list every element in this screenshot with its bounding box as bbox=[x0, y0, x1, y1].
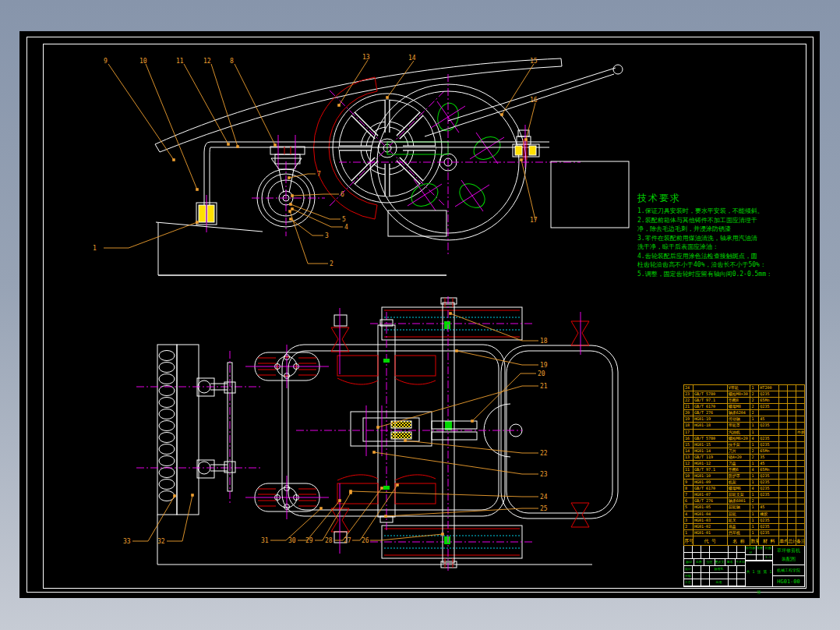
part-seq: 11 bbox=[684, 467, 694, 473]
part-note bbox=[796, 473, 805, 480]
title-block-scale-section: 阶段标记 质量 比例 1:1 共 1 张 第 1 张 bbox=[746, 546, 773, 586]
part-name: 传动轴 bbox=[728, 416, 751, 423]
part-material: 35 bbox=[759, 455, 779, 461]
part-code: HG01-04 bbox=[694, 511, 728, 518]
signature-row: 工艺 批准 bbox=[684, 579, 746, 586]
part-material bbox=[759, 410, 779, 416]
part-name: 螺母M8 bbox=[728, 404, 751, 410]
part-material: Q235 bbox=[759, 492, 779, 498]
callout-leaders bbox=[132, 313, 538, 541]
part-qty: 1 bbox=[750, 524, 759, 530]
callout-label: 1 bbox=[93, 245, 97, 252]
part-qty: 2 bbox=[750, 391, 759, 398]
drawing-title: 草坪修剪机 装配图 bbox=[773, 546, 804, 565]
title-block: 标记处数分区更改文件号签名年月日 设计 标准化 审核 工艺 bbox=[683, 546, 805, 587]
parts-list-row: 3 HG01-03 轮叉 1 Q235 bbox=[684, 518, 805, 524]
part-seq: 5 bbox=[684, 504, 694, 511]
part-total-weight bbox=[788, 385, 796, 391]
part-note bbox=[796, 486, 805, 492]
part-material: 65Mn bbox=[759, 398, 779, 404]
callout-label: 14 bbox=[408, 55, 416, 62]
tech-requirement-line: 净，除去毛边毛刺，并浸涂防锈漆 bbox=[637, 225, 797, 234]
part-seq: 23 bbox=[684, 391, 694, 398]
part-total-weight bbox=[788, 404, 796, 410]
part-unit-weight bbox=[779, 492, 788, 498]
part-seq: 24 bbox=[684, 385, 694, 391]
part-material: Q235 bbox=[759, 518, 779, 524]
part-code: HG01-03 bbox=[694, 518, 728, 524]
part-code: GB/T 119 bbox=[694, 455, 728, 461]
part-seq: 3 bbox=[684, 518, 694, 524]
callout-label: 15 bbox=[530, 58, 538, 65]
part-name: 挡草梳 bbox=[728, 530, 751, 536]
part-note bbox=[796, 398, 805, 404]
part-qty: 1 bbox=[750, 430, 759, 436]
part-unit-weight bbox=[779, 430, 788, 436]
part-seq: 18 bbox=[684, 423, 694, 429]
part-name: 机架 bbox=[728, 480, 751, 486]
grass-comb bbox=[157, 345, 199, 565]
part-seq: 13 bbox=[684, 455, 694, 461]
part-qty: 1 bbox=[750, 423, 759, 429]
part-name: 带轮罩 bbox=[728, 423, 751, 429]
part-qty: 4 bbox=[750, 436, 759, 442]
parts-list-row: 23 GB/T 5780 螺栓M8×30 2 Q235 bbox=[684, 391, 805, 398]
part-code: GB/T 6170 bbox=[694, 404, 728, 410]
part-unit-weight bbox=[779, 530, 788, 536]
organization: 机械工程学院 bbox=[773, 565, 804, 576]
part-qty: 1 bbox=[750, 511, 759, 518]
part-code: HG01-01 bbox=[694, 530, 728, 536]
callout-leaders bbox=[104, 60, 535, 264]
part-code: HG01-05 bbox=[694, 504, 728, 511]
callout-label: 21 bbox=[540, 383, 548, 390]
revision-label-row: 标记处数分区更改文件号签名年月日 bbox=[684, 559, 746, 566]
part-unit-weight bbox=[779, 448, 788, 455]
part-material: Q235 bbox=[759, 473, 779, 480]
part-total-weight bbox=[788, 410, 796, 416]
part-code: GB/T 6170 bbox=[694, 486, 728, 492]
header-unit-weight: 单件 bbox=[779, 536, 788, 546]
part-material: Q235 bbox=[759, 530, 779, 536]
part-note: 外购 bbox=[796, 430, 805, 436]
part-total-weight bbox=[788, 448, 796, 455]
part-total-weight bbox=[788, 461, 796, 467]
part-name: 垫圈6 bbox=[728, 467, 751, 473]
part-total-weight bbox=[788, 467, 796, 473]
part-qty: 1 bbox=[750, 416, 759, 423]
part-seq: 9 bbox=[684, 480, 694, 486]
part-unit-weight bbox=[779, 504, 788, 511]
part-note bbox=[796, 436, 805, 442]
callout-label: 3 bbox=[325, 232, 329, 239]
part-unit-weight bbox=[779, 511, 788, 518]
header-seq: 序号 bbox=[684, 536, 694, 546]
callout-label: 24 bbox=[540, 494, 548, 501]
parts-list-row: 15 HG01-15 扶手架 1 Q235 bbox=[684, 442, 805, 448]
part-total-weight bbox=[788, 423, 796, 429]
tech-requirements-lines: 1.保证刀具安装时，要水平安装，不能倾斜。2.装配前箱体与其他铸件不加工面应清理… bbox=[637, 207, 797, 278]
part-name: 轴承6001 bbox=[728, 498, 751, 504]
parts-list-row: 22 GB/T 97.1 垫圈8 2 65Mn bbox=[684, 398, 805, 404]
handle-grip bbox=[613, 65, 623, 74]
part-seq: 7 bbox=[684, 492, 694, 498]
header-total-weight: 总计 bbox=[788, 536, 796, 546]
part-seq: 10 bbox=[684, 473, 694, 480]
part-note bbox=[796, 391, 805, 398]
part-code bbox=[694, 385, 728, 391]
part-note bbox=[796, 511, 805, 518]
technical-requirements: 技术要求 1.保证刀具安装时，要水平安装，不能倾斜。2.装配前箱体与其他铸件不加… bbox=[637, 192, 797, 278]
signature-label: 设计 bbox=[684, 566, 693, 573]
part-qty: 2 bbox=[750, 410, 759, 416]
part-total-weight bbox=[788, 486, 796, 492]
part-seq: 6 bbox=[684, 498, 694, 504]
parts-list-row: 9 HG01-09 机架 1 Q235 bbox=[684, 480, 805, 486]
shaft-right bbox=[443, 296, 454, 571]
signature-label: 工艺 bbox=[684, 579, 693, 586]
part-total-weight bbox=[788, 530, 796, 536]
key-mark bbox=[444, 321, 450, 329]
rear-wheel-bottom bbox=[370, 526, 534, 568]
part-unit-weight bbox=[779, 473, 788, 480]
part-seq: 17 bbox=[684, 430, 694, 436]
part-code: HG01-18 bbox=[694, 423, 728, 429]
part-qty: 1 bbox=[750, 480, 759, 486]
revision-label: 年月日 bbox=[736, 559, 746, 566]
